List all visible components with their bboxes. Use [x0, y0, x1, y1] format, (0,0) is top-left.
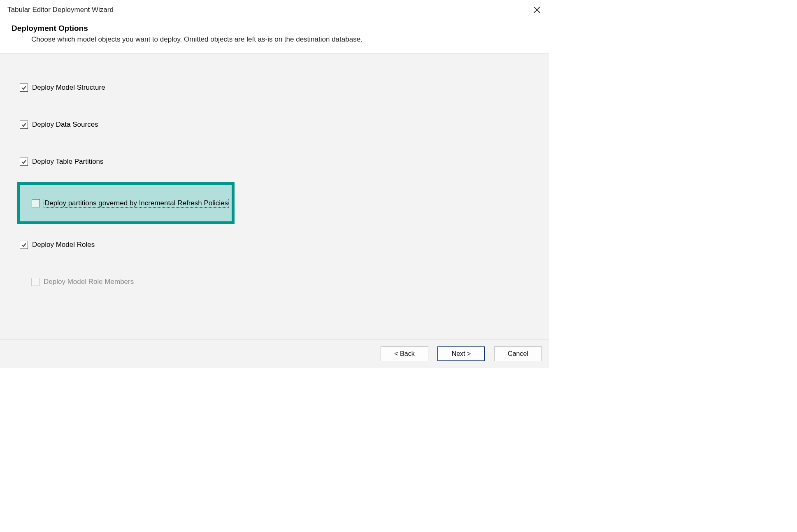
- checkmark-icon: [21, 122, 27, 128]
- checkbox-model-roles[interactable]: [20, 241, 28, 249]
- checkmark-icon: [21, 159, 27, 165]
- option-deploy-model-structure[interactable]: Deploy Model Structure: [20, 84, 530, 92]
- checkmark-icon: [21, 242, 27, 248]
- option-deploy-model-roles[interactable]: Deploy Model Roles: [20, 241, 530, 249]
- option-label: Deploy Model Structure: [32, 84, 105, 92]
- checkbox-data-sources[interactable]: [20, 121, 28, 129]
- option-deploy-table-partitions[interactable]: Deploy Table Partitions: [20, 158, 530, 166]
- option-label[interactable]: Deploy partitions governed by Incrementa…: [44, 199, 228, 207]
- close-button[interactable]: [530, 3, 544, 16]
- page-title: Deployment Options: [12, 24, 538, 33]
- wizard-footer: < Back Next > Cancel: [0, 339, 549, 368]
- checkbox-model-structure[interactable]: [20, 84, 28, 92]
- next-button[interactable]: Next >: [437, 346, 485, 361]
- checkbox-incremental-refresh[interactable]: [32, 199, 40, 207]
- close-icon: [533, 6, 541, 14]
- checkbox-table-partitions[interactable]: [20, 158, 28, 166]
- wizard-header: Deployment Options Choose which model ob…: [0, 18, 549, 54]
- option-label: Deploy Data Sources: [32, 121, 98, 129]
- titlebar: Tabular Editor Deployment Wizard: [0, 0, 549, 18]
- option-label: Deploy Model Roles: [32, 241, 95, 249]
- cancel-button[interactable]: Cancel: [494, 346, 542, 361]
- option-label: Deploy Model Role Members: [44, 278, 134, 286]
- page-subtitle: Choose which model objects you want to d…: [12, 35, 538, 44]
- back-button[interactable]: < Back: [381, 346, 428, 361]
- deployment-wizard-window: Tabular Editor Deployment Wizard Deploym…: [0, 0, 549, 368]
- option-deploy-data-sources[interactable]: Deploy Data Sources: [20, 121, 530, 129]
- option-deploy-incremental-refresh-highlight: Deploy partitions governed by Incrementa…: [17, 182, 530, 224]
- option-deploy-role-members: Deploy Model Role Members: [31, 278, 530, 286]
- highlight-annotation: Deploy partitions governed by Incrementa…: [17, 182, 235, 224]
- checkbox-role-members: [31, 278, 40, 286]
- option-label: Deploy Table Partitions: [32, 158, 104, 166]
- checkmark-icon: [21, 85, 27, 91]
- window-title: Tabular Editor Deployment Wizard: [7, 6, 114, 14]
- options-panel: Deploy Model Structure Deploy Data Sourc…: [0, 54, 549, 339]
